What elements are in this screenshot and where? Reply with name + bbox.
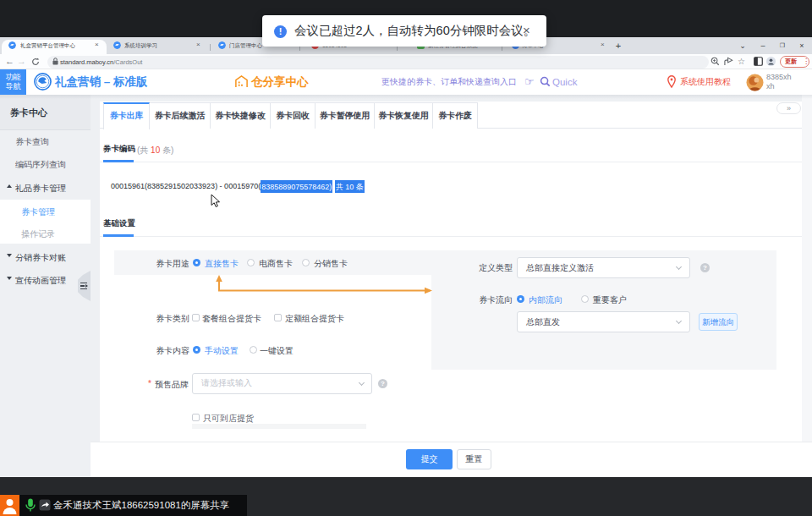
sidebar-item-code-sequence[interactable]: 编码序列查询 xyxy=(15,159,66,171)
content-label: 券卡内容 xyxy=(113,345,189,357)
reset-button[interactable]: 重置 xyxy=(457,449,491,469)
radio-direct-sale-on[interactable] xyxy=(193,259,200,266)
checkbox-store-pickup-label[interactable]: 只可到店提货 xyxy=(203,413,254,425)
submit-button[interactable]: 提交 xyxy=(406,449,453,469)
sidebar-group-promo-anim[interactable]: 宣传动画管理 xyxy=(15,275,66,287)
quick-label[interactable]: Quick xyxy=(552,69,577,95)
tab3-title[interactable]: 门店管理中心 xyxy=(229,42,262,50)
radio-manual-setting-on[interactable] xyxy=(193,346,200,354)
share-icon[interactable] xyxy=(724,57,733,66)
coding-title-underline xyxy=(103,160,134,162)
tab-card-out-active[interactable]: 券卡出库 xyxy=(103,102,150,129)
basic-title-underline xyxy=(103,234,134,237)
flow-label: 券卡流向 xyxy=(436,294,513,306)
chevron-down-icon xyxy=(676,318,682,324)
radio-onekey-setting-label[interactable]: 一键设置 xyxy=(260,345,294,357)
quick-search-icon[interactable] xyxy=(540,76,551,87)
checkbox-store-pickup[interactable] xyxy=(192,414,200,421)
share-center-link[interactable]: 仓分享中心 xyxy=(251,69,309,95)
handle-icon xyxy=(80,288,87,290)
forward-icon[interactable]: → xyxy=(17,54,26,69)
checkbox-package-combo-label[interactable]: 套餐组合提货卡 xyxy=(202,313,261,325)
add-flow-button[interactable]: 新增流向 xyxy=(699,313,738,331)
deftype-select[interactable]: 总部直接定义激活 xyxy=(517,257,690,278)
tab2-title[interactable]: 系统培训学习 xyxy=(124,42,157,50)
screen: 礼盒营销平台管理中心 × 系统培训学习 × 门店管理中心 × 15034603 … xyxy=(0,0,812,516)
profile-avatar-icon[interactable] xyxy=(766,57,776,66)
coding-title: 券卡编码 xyxy=(103,144,135,155)
sidebar-item-card-manage-active[interactable]: 券卡管理 xyxy=(21,206,55,218)
deftype-help-icon[interactable]: ? xyxy=(700,263,710,272)
tab-card-quick-edit[interactable]: 券卡快捷修改 xyxy=(211,102,271,129)
checkbox-package-combo[interactable] xyxy=(192,314,200,321)
tab2-close-icon[interactable]: × xyxy=(196,41,200,48)
tab6-close-icon[interactable]: × xyxy=(601,41,605,48)
checkbox-fixed-combo[interactable] xyxy=(274,314,282,321)
zoom-icon[interactable] xyxy=(710,57,720,66)
radio-manual-setting-label[interactable]: 手动设置 xyxy=(205,345,239,357)
bookmark-star-icon[interactable]: ☆ xyxy=(738,54,745,69)
radio-important-customer-label[interactable]: 重要客户 xyxy=(593,294,627,306)
tab1-favicon xyxy=(8,41,16,49)
window-minimize-icon[interactable]: – xyxy=(757,40,769,52)
basic-title: 基础设置 xyxy=(103,218,135,229)
window-maximize-icon[interactable]: ❐ xyxy=(776,40,788,52)
tab-card-resume[interactable]: 券卡恢复使用 xyxy=(375,102,433,129)
panel-collapse-button[interactable]: » xyxy=(776,102,801,114)
taskbar-avatar-tile[interactable] xyxy=(0,495,19,516)
coding-section-header: 券卡编码 (共 10 条) xyxy=(100,144,802,162)
tab-card-recycle[interactable]: 券卡回收 xyxy=(271,102,315,129)
screen-share-icon xyxy=(39,499,51,511)
radio-direct-sale-label[interactable]: 直接售卡 xyxy=(205,258,239,270)
toast-close-icon[interactable]: × xyxy=(523,15,530,47)
user-name[interactable]: 8385xh xyxy=(766,73,792,81)
tab-card-pause[interactable]: 券卡暂停使用 xyxy=(315,102,375,129)
selected-code-text: 8385889075578462) xyxy=(261,180,332,193)
sidebar-item-card-query[interactable]: 券卡查询 xyxy=(15,136,49,148)
usage-label: 券卡用途 xyxy=(113,258,189,270)
category-label: 券卡类别 xyxy=(113,313,189,325)
mouse-cursor xyxy=(211,194,221,208)
back-icon[interactable]: ← xyxy=(5,54,14,69)
browser-toolbar: ← → standard.maboy.cn/CardsOut ☆ 更新⋮ xyxy=(0,54,812,69)
flow-select[interactable]: 总部直发 xyxy=(517,311,690,332)
info-icon: ! xyxy=(274,25,287,38)
brand-help-icon[interactable]: ? xyxy=(378,379,387,388)
sidebar-group-gift-card[interactable]: 礼品券卡管理 xyxy=(15,183,66,195)
radio-distribution-off[interactable] xyxy=(302,259,310,266)
radio-internal-flow-on[interactable] xyxy=(517,295,524,303)
radio-ecommerce-label[interactable]: 电商售卡 xyxy=(259,258,293,270)
brand-select[interactable]: 请选择或输入 xyxy=(192,373,372,394)
sidebar-item-operation-log[interactable]: 操作记录 xyxy=(21,228,55,240)
reload-icon[interactable] xyxy=(31,58,40,66)
checkbox-fixed-combo-label[interactable]: 定额组合提货卡 xyxy=(285,313,344,325)
screen-share-text: 金禾通技术王斌18662591081的屏幕共享 xyxy=(53,495,229,516)
basic-section-header: 基础设置 xyxy=(100,218,802,237)
tab-card-activate[interactable]: 券卡后续激活 xyxy=(150,102,211,129)
radio-important-customer-off[interactable] xyxy=(581,295,589,303)
header-shadow xyxy=(0,95,812,99)
user-avatar[interactable] xyxy=(746,74,764,91)
sidebar-group-distribution[interactable]: 分销券卡对账 xyxy=(15,252,66,264)
window-close-icon[interactable]: × xyxy=(796,40,808,52)
chrome-update-button[interactable]: 更新⋮ xyxy=(780,56,809,68)
url-domain: standard.maboy.cn xyxy=(60,58,113,66)
side-panel-icon[interactable] xyxy=(754,57,763,66)
new-tab-button[interactable]: + xyxy=(612,40,624,52)
nav-toggle-button[interactable]: 功能导航 xyxy=(0,69,26,95)
radio-onekey-setting-off[interactable] xyxy=(250,346,257,354)
location-pin-icon xyxy=(667,75,676,88)
address-bar[interactable] xyxy=(47,56,709,69)
person-icon xyxy=(0,495,19,516)
radio-ecommerce-off[interactable] xyxy=(247,259,255,266)
handle-arrow-icon xyxy=(85,284,88,288)
tab1-close-icon[interactable]: × xyxy=(95,41,99,48)
quick-entry-promo: 更快捷的券卡、订单和快递查询入口 xyxy=(381,69,517,95)
scrollbar-area[interactable] xyxy=(802,95,812,442)
tab-card-void[interactable]: 券卡作废 xyxy=(433,102,478,129)
tab-search-icon[interactable]: ⌄ xyxy=(737,40,749,52)
tutorial-link[interactable]: 系统使用教程 xyxy=(680,69,731,95)
chevron-down-icon xyxy=(676,264,682,270)
radio-distribution-label[interactable]: 分销售卡 xyxy=(314,258,348,270)
radio-internal-flow-label[interactable]: 内部流向 xyxy=(529,294,562,306)
